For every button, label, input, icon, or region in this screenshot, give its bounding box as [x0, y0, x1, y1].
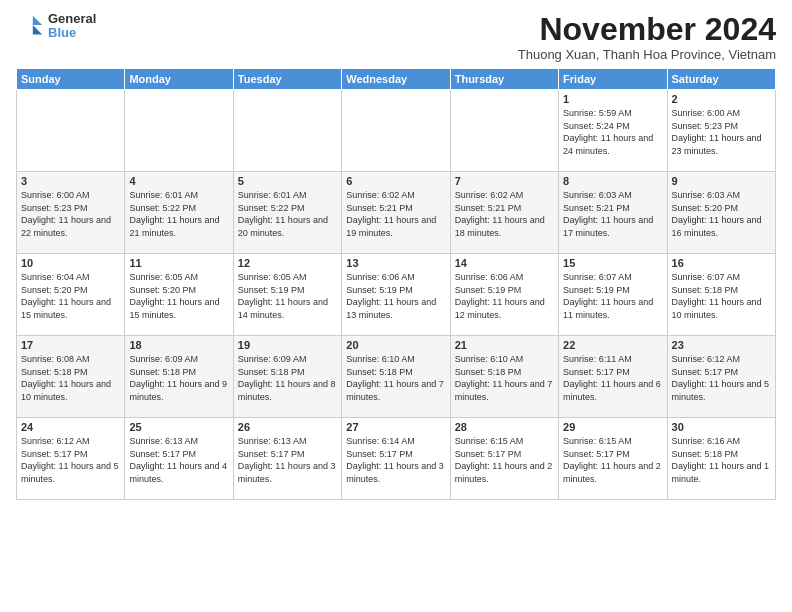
day-number: 14 [455, 257, 554, 269]
col-wednesday: Wednesday [342, 69, 450, 90]
day-info: Sunrise: 6:06 AM Sunset: 5:19 PM Dayligh… [455, 271, 554, 321]
cell-3-0: 17Sunrise: 6:08 AM Sunset: 5:18 PM Dayli… [17, 336, 125, 418]
day-info: Sunrise: 6:07 AM Sunset: 5:19 PM Dayligh… [563, 271, 662, 321]
day-info: Sunrise: 6:15 AM Sunset: 5:17 PM Dayligh… [455, 435, 554, 485]
day-number: 17 [21, 339, 120, 351]
day-number: 23 [672, 339, 771, 351]
day-number: 30 [672, 421, 771, 433]
day-info: Sunrise: 6:07 AM Sunset: 5:18 PM Dayligh… [672, 271, 771, 321]
svg-marker-0 [33, 16, 42, 25]
week-row-4: 24Sunrise: 6:12 AM Sunset: 5:17 PM Dayli… [17, 418, 776, 500]
week-row-2: 10Sunrise: 6:04 AM Sunset: 5:20 PM Dayli… [17, 254, 776, 336]
cell-3-5: 22Sunrise: 6:11 AM Sunset: 5:17 PM Dayli… [559, 336, 667, 418]
calendar-table: Sunday Monday Tuesday Wednesday Thursday… [16, 68, 776, 500]
day-info: Sunrise: 6:02 AM Sunset: 5:21 PM Dayligh… [346, 189, 445, 239]
day-info: Sunrise: 6:06 AM Sunset: 5:19 PM Dayligh… [346, 271, 445, 321]
day-number: 1 [563, 93, 662, 105]
day-number: 2 [672, 93, 771, 105]
cell-2-2: 12Sunrise: 6:05 AM Sunset: 5:19 PM Dayli… [233, 254, 341, 336]
cell-1-6: 9Sunrise: 6:03 AM Sunset: 5:20 PM Daylig… [667, 172, 775, 254]
day-info: Sunrise: 6:04 AM Sunset: 5:20 PM Dayligh… [21, 271, 120, 321]
day-number: 8 [563, 175, 662, 187]
cell-1-1: 4Sunrise: 6:01 AM Sunset: 5:22 PM Daylig… [125, 172, 233, 254]
cell-0-0 [17, 90, 125, 172]
day-number: 24 [21, 421, 120, 433]
day-number: 13 [346, 257, 445, 269]
week-row-3: 17Sunrise: 6:08 AM Sunset: 5:18 PM Dayli… [17, 336, 776, 418]
day-info: Sunrise: 6:03 AM Sunset: 5:20 PM Dayligh… [672, 189, 771, 239]
day-number: 5 [238, 175, 337, 187]
day-number: 3 [21, 175, 120, 187]
logo-text: General Blue [48, 12, 96, 41]
cell-1-3: 6Sunrise: 6:02 AM Sunset: 5:21 PM Daylig… [342, 172, 450, 254]
day-number: 26 [238, 421, 337, 433]
day-number: 15 [563, 257, 662, 269]
col-sunday: Sunday [17, 69, 125, 90]
cell-4-1: 25Sunrise: 6:13 AM Sunset: 5:17 PM Dayli… [125, 418, 233, 500]
cell-0-1 [125, 90, 233, 172]
cell-4-2: 26Sunrise: 6:13 AM Sunset: 5:17 PM Dayli… [233, 418, 341, 500]
day-number: 22 [563, 339, 662, 351]
title-block: November 2024 Thuong Xuan, Thanh Hoa Pro… [518, 12, 776, 62]
day-number: 20 [346, 339, 445, 351]
day-info: Sunrise: 6:12 AM Sunset: 5:17 PM Dayligh… [672, 353, 771, 403]
col-monday: Monday [125, 69, 233, 90]
cell-2-6: 16Sunrise: 6:07 AM Sunset: 5:18 PM Dayli… [667, 254, 775, 336]
day-info: Sunrise: 6:13 AM Sunset: 5:17 PM Dayligh… [129, 435, 228, 485]
cell-4-0: 24Sunrise: 6:12 AM Sunset: 5:17 PM Dayli… [17, 418, 125, 500]
day-number: 27 [346, 421, 445, 433]
day-info: Sunrise: 6:11 AM Sunset: 5:17 PM Dayligh… [563, 353, 662, 403]
day-info: Sunrise: 6:16 AM Sunset: 5:18 PM Dayligh… [672, 435, 771, 485]
cell-0-2 [233, 90, 341, 172]
cell-4-3: 27Sunrise: 6:14 AM Sunset: 5:17 PM Dayli… [342, 418, 450, 500]
cell-4-6: 30Sunrise: 6:16 AM Sunset: 5:18 PM Dayli… [667, 418, 775, 500]
day-number: 10 [21, 257, 120, 269]
cell-1-2: 5Sunrise: 6:01 AM Sunset: 5:22 PM Daylig… [233, 172, 341, 254]
day-info: Sunrise: 6:02 AM Sunset: 5:21 PM Dayligh… [455, 189, 554, 239]
day-info: Sunrise: 6:05 AM Sunset: 5:19 PM Dayligh… [238, 271, 337, 321]
day-number: 29 [563, 421, 662, 433]
day-info: Sunrise: 6:12 AM Sunset: 5:17 PM Dayligh… [21, 435, 120, 485]
cell-3-4: 21Sunrise: 6:10 AM Sunset: 5:18 PM Dayli… [450, 336, 558, 418]
day-info: Sunrise: 6:10 AM Sunset: 5:18 PM Dayligh… [346, 353, 445, 403]
logo-line1: General [48, 12, 96, 26]
week-row-0: 1Sunrise: 5:59 AM Sunset: 5:24 PM Daylig… [17, 90, 776, 172]
cell-0-5: 1Sunrise: 5:59 AM Sunset: 5:24 PM Daylig… [559, 90, 667, 172]
day-info: Sunrise: 6:13 AM Sunset: 5:17 PM Dayligh… [238, 435, 337, 485]
cell-1-5: 8Sunrise: 6:03 AM Sunset: 5:21 PM Daylig… [559, 172, 667, 254]
month-title: November 2024 [518, 12, 776, 47]
col-tuesday: Tuesday [233, 69, 341, 90]
day-info: Sunrise: 5:59 AM Sunset: 5:24 PM Dayligh… [563, 107, 662, 157]
day-info: Sunrise: 6:01 AM Sunset: 5:22 PM Dayligh… [129, 189, 228, 239]
day-info: Sunrise: 6:03 AM Sunset: 5:21 PM Dayligh… [563, 189, 662, 239]
cell-2-4: 14Sunrise: 6:06 AM Sunset: 5:19 PM Dayli… [450, 254, 558, 336]
cell-0-4 [450, 90, 558, 172]
day-number: 6 [346, 175, 445, 187]
cell-3-3: 20Sunrise: 6:10 AM Sunset: 5:18 PM Dayli… [342, 336, 450, 418]
cell-4-5: 29Sunrise: 6:15 AM Sunset: 5:17 PM Dayli… [559, 418, 667, 500]
day-info: Sunrise: 6:08 AM Sunset: 5:18 PM Dayligh… [21, 353, 120, 403]
col-friday: Friday [559, 69, 667, 90]
day-info: Sunrise: 6:05 AM Sunset: 5:20 PM Dayligh… [129, 271, 228, 321]
cell-0-6: 2Sunrise: 6:00 AM Sunset: 5:23 PM Daylig… [667, 90, 775, 172]
day-info: Sunrise: 6:01 AM Sunset: 5:22 PM Dayligh… [238, 189, 337, 239]
logo: General Blue [16, 12, 96, 41]
day-info: Sunrise: 6:00 AM Sunset: 5:23 PM Dayligh… [21, 189, 120, 239]
day-number: 16 [672, 257, 771, 269]
day-info: Sunrise: 6:00 AM Sunset: 5:23 PM Dayligh… [672, 107, 771, 157]
day-number: 4 [129, 175, 228, 187]
cell-2-0: 10Sunrise: 6:04 AM Sunset: 5:20 PM Dayli… [17, 254, 125, 336]
cell-4-4: 28Sunrise: 6:15 AM Sunset: 5:17 PM Dayli… [450, 418, 558, 500]
logo-icon [16, 12, 44, 40]
cell-3-2: 19Sunrise: 6:09 AM Sunset: 5:18 PM Dayli… [233, 336, 341, 418]
day-number: 19 [238, 339, 337, 351]
cell-1-4: 7Sunrise: 6:02 AM Sunset: 5:21 PM Daylig… [450, 172, 558, 254]
day-info: Sunrise: 6:14 AM Sunset: 5:17 PM Dayligh… [346, 435, 445, 485]
header-row: Sunday Monday Tuesday Wednesday Thursday… [17, 69, 776, 90]
day-number: 21 [455, 339, 554, 351]
col-thursday: Thursday [450, 69, 558, 90]
day-number: 7 [455, 175, 554, 187]
page: General Blue November 2024 Thuong Xuan, … [0, 0, 792, 612]
day-number: 11 [129, 257, 228, 269]
cell-2-5: 15Sunrise: 6:07 AM Sunset: 5:19 PM Dayli… [559, 254, 667, 336]
